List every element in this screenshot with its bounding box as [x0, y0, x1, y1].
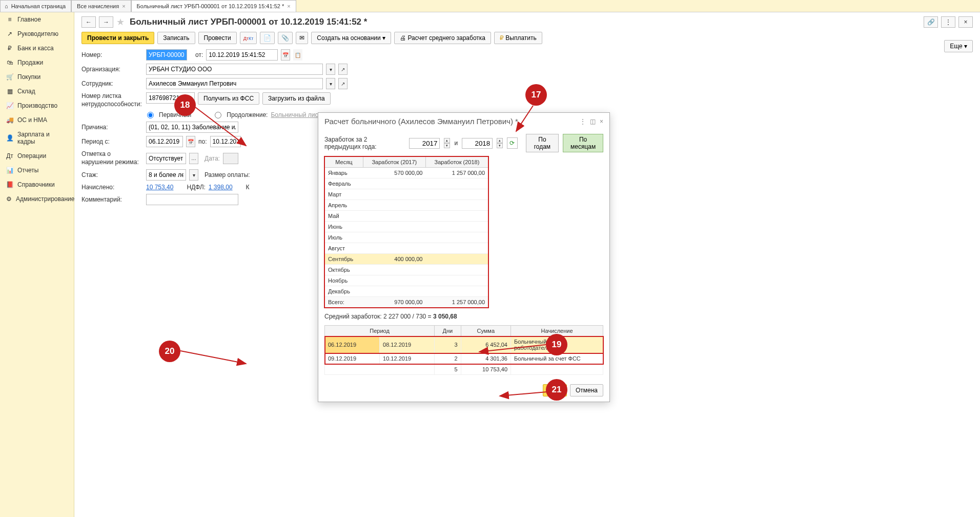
table-row[interactable]: Декабрь [325, 286, 488, 297]
date-input[interactable] [206, 49, 278, 61]
spin-down-icon[interactable]: ▾ [497, 143, 503, 148]
table-row[interactable]: Май [325, 211, 488, 222]
window-icon[interactable]: ◫ [590, 118, 596, 125]
table-row[interactable]: Январь570 000,001 257 000,00 [325, 168, 488, 178]
open-icon[interactable]: ↗ [338, 64, 348, 75]
post-and-close-button[interactable]: Провести и закрыть [81, 32, 154, 44]
tab-sicklist[interactable]: Больничный лист УРБП-000001 от 10.12.201… [131, 0, 296, 12]
table-row[interactable]: Сентябрь400 000,00 [325, 254, 488, 265]
close-icon[interactable]: × [600, 118, 603, 125]
sidebar-item-admin[interactable]: ⚙Администрирование [0, 192, 74, 206]
calendar-icon[interactable]: 📅 [186, 136, 195, 147]
org-input[interactable] [146, 64, 323, 75]
doc-icon[interactable]: 📋 [293, 49, 302, 61]
continuation-link[interactable]: Больничный лист [271, 111, 321, 118]
by-years-button[interactable]: По годам [526, 134, 559, 152]
violation-input[interactable] [146, 153, 186, 164]
sidebar-item-main[interactable]: ≡Главное [0, 12, 74, 27]
pay-button[interactable]: ₽ Выплатить [494, 32, 542, 44]
open-icon[interactable]: ↗ [338, 78, 348, 89]
total2: 1 257 000,00 [425, 297, 488, 308]
dropdown-icon[interactable]: ▾ [189, 169, 198, 181]
grid-icon: ▦ [6, 88, 13, 95]
period-to-input[interactable] [210, 136, 241, 147]
table-row[interactable]: Июнь [325, 222, 488, 232]
close-icon[interactable]: × [122, 3, 125, 9]
calc-avg-button[interactable]: 🖨 Расчет среднего заработка [394, 32, 491, 44]
spin-down-icon[interactable]: ▾ [444, 143, 450, 148]
emp-input[interactable] [146, 78, 323, 89]
table-row[interactable]: Апрель [325, 200, 488, 211]
ndfl-label: НДФЛ: [187, 184, 205, 191]
ndfl-link[interactable]: 1 398,00 [209, 184, 233, 191]
sidebar-item-manager[interactable]: ↗Руководителю [0, 27, 74, 41]
tab-label: Все начисления [77, 3, 119, 9]
sidebar-item-assets[interactable]: 🚚ОС и НМА [0, 113, 74, 127]
sidebar-item-production[interactable]: 📈Производство [0, 98, 74, 113]
table-row[interactable]: Февраль [325, 178, 488, 189]
dt-icon: Дт [6, 152, 13, 160]
number-input[interactable] [146, 49, 187, 61]
sidebar-item-sales[interactable]: 🛍Продажи [0, 55, 74, 70]
sidebar-item-purchases[interactable]: 🛒Покупки [0, 70, 74, 84]
print-button[interactable]: 📄 [260, 32, 275, 44]
link-icon[interactable]: 🔗 [924, 16, 938, 28]
attach-button[interactable]: 📎 [278, 32, 293, 44]
dialog-title: Расчет больничного (Ахилесов Эммануил Пе… [324, 117, 518, 126]
table-row[interactable]: Март [325, 189, 488, 200]
tab-accruals[interactable]: Все начисления × [71, 0, 131, 12]
kebab-icon[interactable]: ⋮ [941, 16, 955, 28]
dropdown-icon[interactable]: ▾ [326, 64, 335, 75]
year1-input[interactable] [409, 138, 440, 149]
refresh-button[interactable]: ⟳ [507, 137, 517, 149]
experience-input[interactable] [146, 169, 186, 181]
dots-icon[interactable]: … [189, 153, 198, 164]
sidebar-item-reports[interactable]: 📊Отчеты [0, 163, 74, 177]
sidebar-item-directories[interactable]: 📕Справочники [0, 177, 74, 192]
sidebar-item-operations[interactable]: ДтОперации [0, 149, 74, 163]
primary-radio[interactable] [147, 112, 154, 118]
load-file-button[interactable]: Загрузить из файла [262, 92, 331, 105]
table-row[interactable]: Ноябрь [325, 275, 488, 286]
table-row[interactable]: 09.12.201910.12.201924 301,36Больничный … [325, 353, 603, 364]
close-icon[interactable]: × [958, 16, 973, 28]
period-from-input[interactable] [146, 136, 183, 147]
sidebar-item-warehouse[interactable]: ▦Склад [0, 84, 74, 98]
get-fss-button[interactable]: Получить из ФСС [198, 92, 259, 105]
kebab-icon[interactable]: ⋮ [580, 118, 586, 125]
btn-label: Еще [950, 43, 962, 50]
star-icon[interactable]: ★ [116, 16, 125, 28]
col-days: Дни [435, 326, 461, 336]
dtkt-button[interactable]: ДтКт [240, 32, 257, 44]
from-label: от: [195, 51, 203, 58]
spin-up-icon[interactable]: ▴ [444, 138, 450, 143]
by-months-button[interactable]: По месяцам [563, 134, 603, 152]
page-title: Больничный лист УРБП-000001 от 10.12.201… [130, 17, 367, 27]
nav-forward-button[interactable]: → [99, 16, 113, 28]
avg-prefix: Средний заработок: 2 227 000 / 730 = [324, 313, 433, 320]
envelope-button[interactable]: ✉ [296, 32, 308, 44]
sidebar-item-salary[interactable]: 👤Зарплата и кадры [0, 127, 74, 149]
year2-input[interactable] [462, 138, 493, 149]
calendar-icon[interactable]: 📅 [281, 49, 290, 61]
reason-input[interactable] [146, 122, 238, 133]
nav-back-button[interactable]: ← [81, 16, 96, 28]
table-row[interactable]: Август [325, 243, 488, 254]
table-row[interactable]: Июль [325, 232, 488, 243]
spin-up-icon[interactable]: ▴ [497, 138, 503, 143]
dropdown-icon[interactable]: ▾ [326, 78, 335, 89]
more-button[interactable]: Еще ▾ [944, 40, 973, 52]
cancel-button[interactable]: Отмена [570, 384, 603, 396]
accrued-link[interactable]: 10 753,40 [146, 184, 173, 191]
create-based-button[interactable]: Создать на основании ▾ [311, 32, 391, 44]
write-button[interactable]: Записать [157, 32, 195, 44]
sidebar-item-bank[interactable]: ₽Банк и касса [0, 41, 74, 55]
close-icon[interactable]: × [287, 3, 290, 9]
table-row[interactable]: Октябрь [325, 265, 488, 275]
continuation-radio[interactable] [215, 112, 221, 118]
earn-label: Заработок за 2 предыдущих года: [324, 136, 405, 150]
comment-input[interactable] [146, 194, 238, 205]
post-button[interactable]: Провести [198, 32, 237, 44]
person-icon: 👤 [6, 134, 13, 142]
tab-home[interactable]: ⌂ Начальная страница [0, 0, 71, 12]
